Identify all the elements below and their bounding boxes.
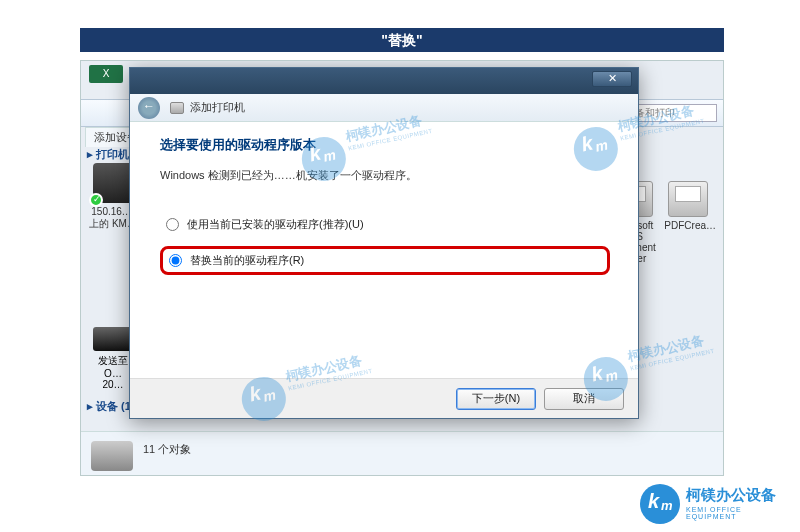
highlight-replace-option: 替换当前的驱动程序(R) [160, 246, 610, 275]
explorer-statusbar: 11 个对象 [81, 431, 723, 475]
printer-item-pdfcreator[interactable]: PDFCrea… [664, 181, 712, 231]
dialog-nav-label: 添加打印机 [190, 100, 245, 115]
slide-title: "替换" [80, 28, 724, 52]
dialog-nav: 添加打印机 [130, 94, 638, 122]
radio-replace-input[interactable] [169, 254, 182, 267]
scanner-icon [93, 327, 133, 351]
camera-icon [91, 441, 133, 471]
printer-icon [668, 181, 708, 217]
dialog-titlebar[interactable]: ✕ [130, 68, 638, 94]
footer-logo-cn: 柯镁办公设备 [686, 486, 776, 505]
printer-icon [93, 163, 133, 203]
section-printers-header[interactable]: ▸ 打印机 [87, 147, 129, 162]
back-button[interactable] [138, 97, 160, 119]
footer-logo-en: KEMI OFFICE EQUIPMENT [686, 506, 790, 520]
default-check-icon [89, 193, 103, 207]
close-button[interactable]: ✕ [592, 71, 632, 87]
radio-use-current-input[interactable] [166, 218, 179, 231]
section-devices-header[interactable]: ▸ 设备 (1) [87, 399, 135, 414]
cancel-button[interactable]: 取消 [544, 388, 624, 410]
excel-icon: X [89, 65, 123, 83]
dialog-subtext: Windows 检测到已经为……机安装了一个驱动程序。 [160, 168, 610, 183]
next-button[interactable]: 下一步(N) [456, 388, 536, 410]
footer-logo: km 柯镁办公设备 KEMI OFFICE EQUIPMENT [640, 482, 790, 526]
dialog-footer: 下一步(N) 取消 [130, 378, 638, 418]
add-printer-dialog: ✕ 添加打印机 选择要使用的驱动程序版本 Windows 检测到已经为……机安装… [129, 67, 639, 419]
item-count: 11 个对象 [143, 442, 191, 457]
dialog-nav-title: 添加打印机 [170, 100, 245, 115]
radio-replace-label: 替换当前的驱动程序(R) [190, 253, 304, 268]
explorer-window: X 搜索 设备和打印 添加设备 ▸ 打印机 150.16.… 上的 KM… 发送… [80, 60, 724, 476]
dialog-body: 选择要使用的驱动程序版本 Windows 检测到已经为……机安装了一个驱动程序。… [130, 122, 638, 275]
radio-use-current[interactable]: 使用当前已安装的驱动程序(推荐)(U) [160, 213, 610, 236]
printer-mini-icon [170, 102, 184, 114]
printer-label: PDFCrea… [664, 220, 712, 231]
dialog-heading: 选择要使用的驱动程序版本 [160, 136, 610, 154]
radio-use-current-label: 使用当前已安装的驱动程序(推荐)(U) [187, 217, 364, 232]
radio-replace[interactable]: 替换当前的驱动程序(R) [169, 253, 601, 268]
